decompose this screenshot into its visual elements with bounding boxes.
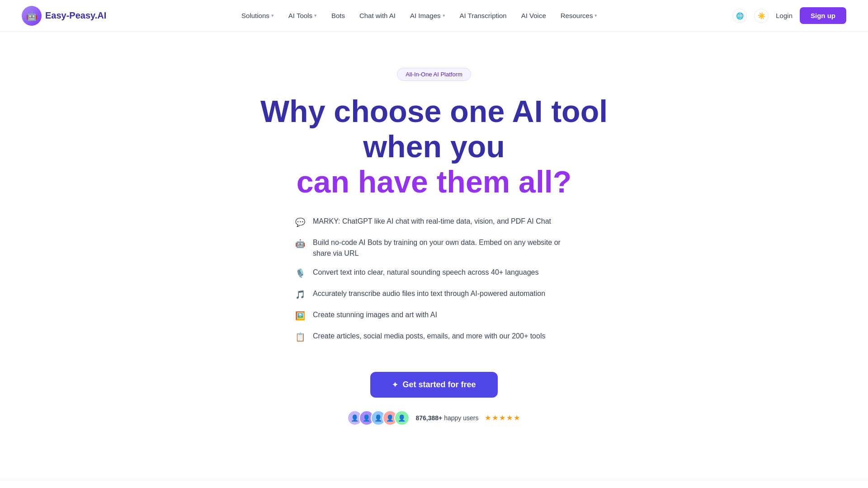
- hero-title: Why choose one AI tool when you can have…: [252, 94, 616, 200]
- chevron-down-icon: ▾: [594, 13, 597, 19]
- hero-badge: All-In-One AI Platform: [397, 68, 471, 81]
- nav-link-ai-images[interactable]: AI Images▾: [410, 12, 445, 19]
- nav-links: Solutions▾AI Tools▾BotsChat with AIAI Im…: [241, 12, 597, 19]
- hero-section: All-In-One AI Platform Why choose one AI…: [0, 32, 868, 453]
- logo[interactable]: 🤖 Easy-Peasy.AI: [22, 6, 106, 26]
- nav-link-ai-transcription[interactable]: AI Transcription: [460, 12, 507, 19]
- feature-item: 🎵 Accurately transcribe audio files into…: [294, 288, 574, 301]
- hero-title-line1: Why choose one AI tool when you: [260, 94, 608, 164]
- feature-icon: 🤖: [294, 238, 307, 250]
- navbar: 🤖 Easy-Peasy.AI Solutions▾AI Tools▾BotsC…: [0, 0, 868, 32]
- feature-icon: 🎙️: [294, 267, 307, 280]
- signup-button[interactable]: Sign up: [800, 7, 846, 24]
- nav-link-chat-with-ai[interactable]: Chat with AI: [359, 12, 396, 19]
- avatar: 👤: [394, 410, 410, 426]
- avatar-group: 👤 👤 👤 👤 👤: [347, 410, 410, 426]
- chevron-down-icon: ▾: [271, 13, 274, 19]
- cta-label: Get started for free: [402, 380, 476, 389]
- feature-text: MARKY: ChatGPT like AI chat with real-ti…: [313, 216, 551, 227]
- feature-text: Create articles, social media posts, ema…: [313, 331, 545, 342]
- nav-link-resources[interactable]: Resources▾: [561, 12, 598, 19]
- login-link[interactable]: Login: [776, 12, 793, 19]
- user-count: 876,388+: [416, 414, 443, 422]
- feature-text: Build no-code AI Bots by training on you…: [313, 237, 574, 259]
- nav-link-bots[interactable]: Bots: [331, 12, 345, 19]
- social-proof: 👤 👤 👤 👤 👤 876,388+ happy users ★★★★★: [347, 410, 521, 426]
- logo-text: Easy-Peasy.AI: [45, 10, 106, 21]
- hero-title-line2: can have them all?: [297, 164, 571, 199]
- feature-text: Convert text into clear, natural soundin…: [313, 267, 538, 278]
- chevron-down-icon: ▾: [443, 13, 445, 19]
- nav-link-solutions[interactable]: Solutions▾: [241, 12, 274, 19]
- theme-toggle-icon[interactable]: ☀️: [754, 9, 769, 23]
- nav-link-ai-voice[interactable]: AI Voice: [521, 12, 546, 19]
- cta-icon: ✦: [392, 380, 398, 389]
- feature-list: 💬 MARKY: ChatGPT like AI chat with real-…: [294, 216, 574, 352]
- feature-icon: 🎵: [294, 289, 307, 301]
- logos-section: M MOTOROLASOLUTIONS Uber GE pwc SEPHORA …: [0, 480, 868, 488]
- feature-item: 📋 Create articles, social media posts, e…: [294, 331, 574, 344]
- proof-text: 876,388+ happy users: [416, 414, 479, 422]
- logo-icon: 🤖: [22, 6, 42, 26]
- feature-icon: 🖼️: [294, 310, 307, 323]
- feature-item: 💬 MARKY: ChatGPT like AI chat with real-…: [294, 216, 574, 229]
- feature-icon: 📋: [294, 331, 307, 344]
- nav-link-ai-tools[interactable]: AI Tools▾: [288, 12, 317, 19]
- nav-actions: 🌐 ☀️ Login Sign up: [732, 7, 846, 24]
- feature-text: Accurately transcribe audio files into t…: [313, 288, 545, 299]
- feature-item: 🤖 Build no-code AI Bots by training on y…: [294, 237, 574, 259]
- star-rating: ★★★★★: [485, 413, 521, 422]
- cta-button[interactable]: ✦ Get started for free: [370, 372, 497, 398]
- chevron-down-icon: ▾: [314, 13, 317, 19]
- feature-icon: 💬: [294, 216, 307, 229]
- feature-item: 🎙️ Convert text into clear, natural soun…: [294, 267, 574, 280]
- feature-item: 🖼️ Create stunning images and art with A…: [294, 310, 574, 323]
- globe-icon[interactable]: 🌐: [732, 9, 747, 23]
- feature-text: Create stunning images and art with AI: [313, 310, 437, 320]
